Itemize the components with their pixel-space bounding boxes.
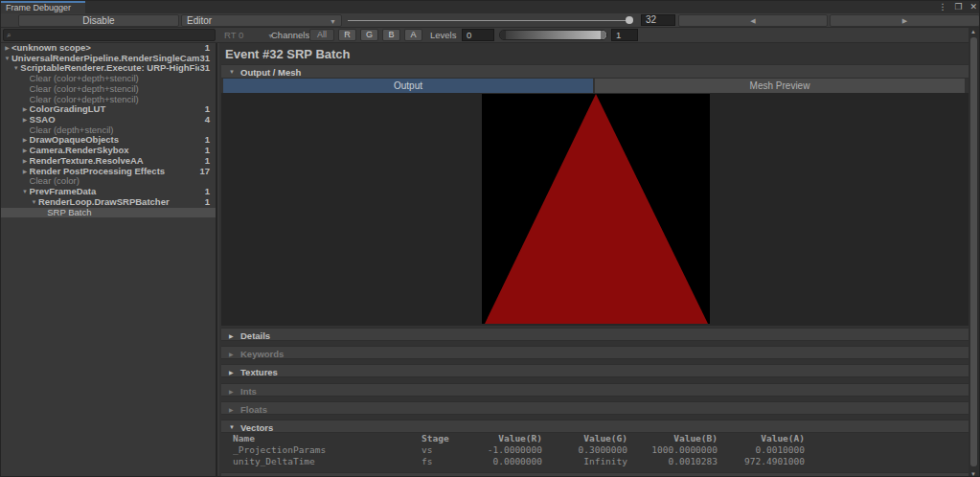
tree-item-label: Clear (color+depth+stencil): [30, 84, 210, 95]
tree-item[interactable]: Clear (color+depth+stencil): [1, 84, 216, 95]
tree-item[interactable]: ▶SSAO4: [1, 115, 216, 125]
section-keywords[interactable]: ▶Keywords: [221, 346, 969, 359]
spacer: [21, 84, 30, 95]
chevron-down-icon: ▼: [330, 16, 336, 27]
tree-item-count: [210, 74, 216, 84]
levels-label: Levels: [430, 30, 456, 40]
channel-b-button[interactable]: B: [382, 29, 400, 41]
tree-item[interactable]: SRP Batch: [1, 208, 216, 218]
next-event-button[interactable]: ▶: [830, 14, 980, 27]
levels-slider-right-handle[interactable]: [601, 31, 606, 39]
levels-max-field[interactable]: 1: [611, 29, 638, 41]
tree-item-label: Render PostProcessing Effects: [30, 167, 200, 177]
tree-item-count: 1: [205, 146, 216, 156]
vectors-data-row: unity_DeltaTimefs0.0000000Infinity0.0010…: [221, 456, 969, 466]
tab-bar: Frame Debugger ⋮ ❐ ✕: [1, 1, 980, 13]
event-slider-knob[interactable]: [626, 16, 633, 24]
foldout-closed-icon: ▶: [229, 369, 234, 375]
foldout-open-icon[interactable]: ▼: [30, 197, 38, 208]
event-title: Event #32 SRP Batch: [225, 47, 351, 61]
tree-item[interactable]: Clear (depth+stencil): [1, 125, 216, 136]
vectors-data-row: _ProjectionParamsvs-1.00000000.300000010…: [221, 444, 969, 455]
section-label: Details: [240, 330, 270, 341]
foldout-closed-icon[interactable]: ▶: [21, 104, 30, 115]
tree-item[interactable]: ▼UniversalRenderPipeline.RenderSingleCam…: [1, 54, 216, 64]
event-slider-track: [348, 20, 627, 21]
maximize-icon[interactable]: ❐: [954, 1, 962, 13]
tree-item[interactable]: Clear (color): [1, 176, 216, 187]
scroll-up-icon[interactable]: ▲: [970, 29, 976, 34]
tree-item[interactable]: ▼RenderLoop.DrawSRPBatcher1: [1, 197, 216, 208]
tree-item[interactable]: ▶ColorGradingLUT1: [1, 104, 216, 115]
foldout-closed-icon[interactable]: ▶: [21, 146, 30, 156]
levels-slider-left-handle[interactable]: [500, 31, 506, 39]
main-toolbar: Disable Editor ▼ 32 ◀ ▶: [1, 13, 980, 28]
event-tree: ▶<unknown scope>1▼UniversalRenderPipelin…: [1, 43, 217, 477]
close-icon[interactable]: ✕: [969, 1, 977, 13]
section-vectors[interactable]: ▼Vectors: [221, 420, 969, 433]
channel-all-button[interactable]: All: [309, 29, 334, 41]
tree-item[interactable]: ▶<unknown scope>1: [1, 43, 216, 54]
scroll-down-icon[interactable]: ▼: [970, 471, 976, 477]
foldout-open-icon[interactable]: ▼: [3, 54, 11, 64]
tree-item[interactable]: ▼PrevFrameData1: [1, 187, 216, 197]
event-number-field[interactable]: 32: [641, 14, 675, 26]
search-icon: ⌕: [7, 31, 11, 40]
frame-debugger-tab[interactable]: Frame Debugger: [1, 1, 85, 13]
levels-min-field[interactable]: 0: [462, 29, 494, 41]
foldout-open-icon[interactable]: ▼: [21, 187, 30, 197]
tab-mesh-preview[interactable]: Mesh Preview: [595, 79, 965, 93]
foldout-closed-icon[interactable]: ▶: [21, 135, 30, 146]
tree-item[interactable]: ▶Render PostProcessing Effects17: [1, 167, 216, 177]
levels-minmax-slider[interactable]: [499, 30, 607, 40]
tree-item[interactable]: ▼ScriptableRenderer.Execute: URP-HighFid…: [1, 63, 216, 74]
tree-item-label: RenderTexture.ResolveAA: [30, 156, 205, 167]
tree-item-label: SRP Batch: [47, 208, 210, 218]
previous-event-button[interactable]: ◀: [678, 14, 828, 27]
channel-a-button[interactable]: A: [404, 29, 422, 41]
render-target-dropdown[interactable]: RT 0 ▼: [224, 30, 274, 40]
tree-item[interactable]: ▶RenderTexture.ResolveAA1: [1, 156, 216, 167]
channel-r-button[interactable]: R: [338, 29, 356, 41]
render-preview-area: [221, 93, 969, 326]
section-details[interactable]: ▶Details: [221, 328, 969, 341]
foldout-open-icon[interactable]: ▼: [11, 63, 20, 74]
disable-button[interactable]: Disable: [18, 14, 179, 27]
section-label: Textures: [240, 367, 278, 377]
target-selector-dropdown[interactable]: Editor ▼: [181, 14, 342, 27]
foldout-closed-icon[interactable]: ▶: [21, 156, 30, 167]
foldout-closed-icon[interactable]: ▶: [21, 115, 30, 125]
spacer: [21, 74, 30, 84]
vectors-header-cell: Value(A): [721, 433, 805, 443]
render-output-image: [482, 94, 710, 324]
kebab-menu-icon[interactable]: ⋮: [938, 1, 946, 13]
channel-g-button[interactable]: G: [360, 29, 378, 41]
tab-output[interactable]: Output: [223, 79, 593, 93]
foldout-closed-icon[interactable]: ▶: [21, 167, 30, 177]
output-mesh-foldout[interactable]: ▼ Output / Mesh: [221, 64, 969, 79]
section-textures[interactable]: ▶Textures: [221, 364, 969, 377]
section-floats[interactable]: ▶Floats: [221, 401, 969, 415]
vertical-scrollbar[interactable]: ▲ ▼: [969, 28, 979, 477]
foldout-closed-icon[interactable]: ▶: [3, 43, 11, 54]
vectors-cell: 0.0010283: [631, 456, 718, 466]
vectors-header-row: NameStageValue(R)Value(G)Value(B)Value(A…: [221, 433, 969, 443]
section-ints[interactable]: ▶Ints: [221, 383, 969, 397]
section-label: Ints: [240, 386, 257, 397]
tree-item[interactable]: ▶DrawOpaqueObjects1: [1, 135, 216, 146]
foldout-label: Output / Mesh: [240, 67, 301, 78]
vectors-cell: 972.4901000: [721, 456, 805, 466]
foldout-closed-icon: ▶: [229, 406, 234, 413]
event-slider[interactable]: [348, 13, 635, 28]
search-input[interactable]: ⌕: [3, 29, 216, 41]
frame-debugger-window: Frame Debugger ⋮ ❐ ✕ Disable Editor ▼ 32…: [0, 0, 980, 477]
tree-item-count: [210, 95, 216, 105]
vectors-header-cell: Value(R): [446, 433, 542, 443]
scrollbar-thumb[interactable]: [970, 37, 977, 466]
tree-item[interactable]: Clear (color+depth+stencil): [1, 95, 216, 105]
vectors-cell: unity_DeltaTime: [233, 456, 415, 466]
tree-item[interactable]: Clear (color+depth+stencil): [1, 74, 216, 84]
tree-item[interactable]: ▶Camera.RenderSkybox1: [1, 146, 216, 156]
tree-item-count: 17: [199, 167, 216, 177]
tree-item-count: 1: [205, 197, 216, 208]
